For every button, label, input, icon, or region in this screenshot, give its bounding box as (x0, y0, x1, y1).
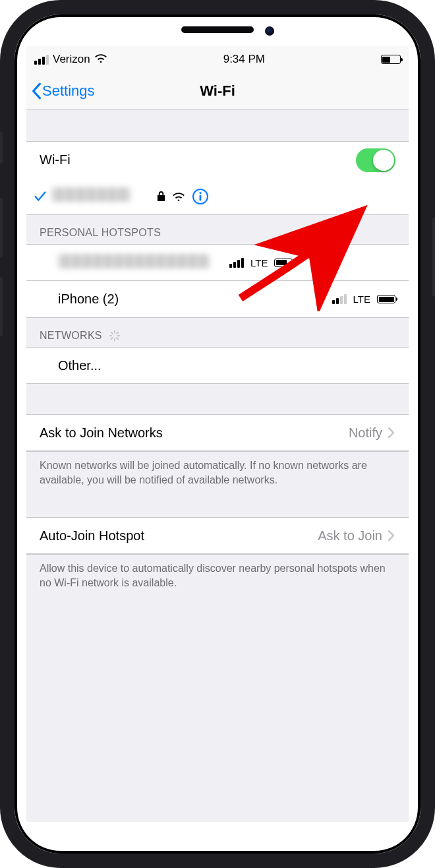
ask-to-join-footer: Known networks will be joined automatica… (26, 451, 409, 497)
hotspot-row[interactable]: iPhone (2) LTE (26, 281, 409, 318)
chevron-right-icon (388, 427, 395, 439)
cellular-bars-icon (229, 258, 244, 268)
auto-join-hotspot-row[interactable]: Auto-Join Hotspot Ask to Join (26, 517, 409, 554)
chevron-right-icon (388, 530, 395, 542)
connected-network-name (51, 187, 130, 202)
wifi-signal-icon (172, 191, 185, 202)
auto-join-hotspot-label: Auto-Join Hotspot (40, 528, 318, 543)
network-tech: LTE (250, 257, 268, 268)
section-header-personal-hotspots: PERSONAL HOTSPOTS (26, 215, 409, 244)
info-button[interactable] (192, 188, 209, 205)
battery-icon (381, 55, 401, 64)
svg-line-6 (117, 338, 118, 339)
auto-join-hotspot-footer: Allow this device to automatically disco… (26, 554, 409, 600)
wifi-icon (94, 53, 107, 67)
svg-rect-2 (200, 195, 202, 201)
cellular-signal-icon (34, 55, 49, 65)
lock-icon (157, 191, 165, 202)
spinner-icon (109, 330, 121, 342)
back-label: Settings (42, 82, 95, 100)
svg-line-10 (117, 332, 118, 334)
wifi-toggle-label: Wi-Fi (40, 152, 356, 168)
auto-join-hotspot-value: Ask to Join (318, 528, 382, 543)
svg-line-5 (111, 332, 113, 334)
screen: Verizon 9:34 PM Settings Wi-Fi Wi-Fi (26, 46, 409, 822)
section-header-networks: NETWORKS (26, 318, 409, 347)
wifi-toggle-row: Wi-Fi (26, 141, 409, 178)
connected-network-row[interactable] (26, 178, 409, 215)
nav-bar: Settings Wi-Fi (26, 73, 409, 109)
hotspot-name: iPhone (2) (58, 292, 332, 307)
battery-indicator-icon (274, 259, 293, 267)
wifi-toggle-switch[interactable] (356, 148, 395, 172)
other-network-row[interactable]: Other... (26, 347, 409, 384)
svg-point-1 (199, 191, 201, 193)
clock: 9:34 PM (223, 53, 265, 66)
ask-to-join-row[interactable]: Ask to Join Networks Notify (26, 414, 409, 451)
network-tech: LTE (353, 294, 370, 305)
ask-to-join-label: Ask to Join Networks (40, 425, 349, 441)
checkmark-icon (33, 189, 51, 204)
svg-line-9 (111, 338, 113, 339)
hotspot-name (58, 254, 210, 268)
other-label: Other... (58, 358, 395, 373)
carrier-name: Verizon (53, 53, 90, 66)
page-title: Wi-Fi (200, 82, 235, 100)
cellular-bars-icon (332, 294, 347, 304)
battery-indicator-icon (377, 295, 395, 303)
hotspot-row[interactable]: LTE (26, 244, 409, 281)
status-bar: Verizon 9:34 PM (26, 46, 409, 73)
ask-to-join-value: Notify (349, 425, 382, 441)
back-button[interactable]: Settings (30, 82, 95, 100)
